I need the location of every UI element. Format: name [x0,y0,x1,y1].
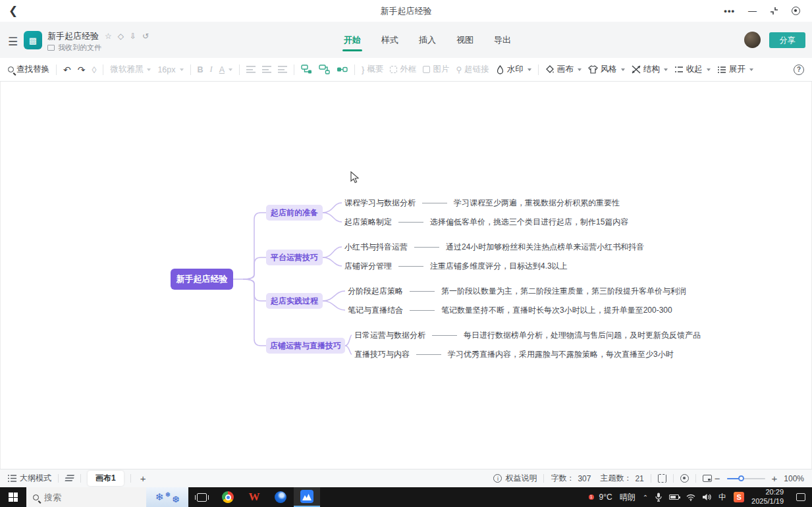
share-button[interactable]: 分享 [769,32,805,48]
minimap-icon[interactable] [703,475,712,482]
mindmap-root-node[interactable]: 新手起店经验 [171,269,233,290]
windows-logo-icon [9,493,18,502]
child-node-row[interactable]: 小红书与抖音运营通过24小时加够粉丝和关注热点榜单来运营小红书和抖音 [344,241,644,253]
locate-center-icon[interactable] [680,474,689,483]
rights-info-button[interactable]: i 权益说明 [493,473,537,484]
outer-frame-button[interactable]: 外框 [390,64,416,75]
canvas-menu-button[interactable]: 画布 [545,64,582,75]
chevron-down-icon [229,68,232,71]
child-node-row[interactable]: 店铺评分管理注重店铺多维度评分，目标达到4.3以上 [344,260,568,272]
outline-mode-button[interactable]: 大纲模式 [8,473,51,484]
align-left-icon[interactable] [246,66,256,73]
weather-widget[interactable]: ❄❅❆ [146,487,188,507]
notification-center-icon[interactable] [796,493,805,501]
zoom-slider-knob[interactable] [738,475,744,481]
tab-start[interactable]: 开始 [342,30,362,50]
add-canvas-button[interactable]: + [138,473,149,484]
hidden-icons-chevron[interactable]: ⌃ [643,494,648,501]
snowflake-icon: ❄ [155,491,164,503]
microphone-icon[interactable] [655,493,662,502]
format-painter-button[interactable]: ◊ [92,65,96,74]
branch-node-practice[interactable]: 起店实践过程 [266,293,323,309]
minimize-icon[interactable]: — [748,6,757,16]
font-size-select[interactable]: 16px [157,65,183,74]
zoom-out-button[interactable]: − [712,473,723,484]
collapse-menu-button[interactable]: 收起 [674,64,711,75]
menu-icon[interactable]: ☰ [8,35,18,49]
window-title: 新手起店经验 [0,5,812,17]
find-replace-button[interactable]: 查找替换 [8,64,49,75]
chevron-down-icon [528,68,531,71]
child-node-row[interactable]: 直播技巧与内容学习优秀直播内容，采用露脸与不露脸策略，每次直播至少3小时 [354,348,674,360]
browser-taskbar-icon[interactable] [267,487,294,507]
chrome-taskbar-icon[interactable] [215,487,241,507]
insert-child-node-icon[interactable] [301,65,312,74]
insert-sibling-node-icon[interactable] [319,65,330,74]
snowflake-icon: ❆ [172,494,179,504]
mindmap-canvas[interactable]: 新手起店经验 起店前的准备 平台运营技巧 起店实践过程 店铺运营与直播技巧 课程… [0,82,812,469]
more-options-icon[interactable]: ••• [724,6,735,16]
watermark-button[interactable]: 水印 [496,64,531,75]
undo-button[interactable]: ↶ [63,65,71,74]
wifi-icon[interactable] [686,494,695,501]
branch-node-preparation[interactable]: 起店前的准备 [266,205,323,221]
child-node-row[interactable]: 分阶段起店策略第一阶段以数量为主，第二阶段注重质量，第三阶段提升客单价与利润 [348,285,686,297]
tray-temperature[interactable]: 9°C [599,493,612,502]
sogou-ime-icon[interactable]: S [734,492,744,502]
child-node-row[interactable]: 日常运营与数据分析每日进行数据榜单分析，处理物流与售后问题，及时更新负反馈产品 [354,329,701,341]
hyperlink-button[interactable]: ⚲超链接 [456,64,489,75]
branch-node-store-live[interactable]: 店铺运营与直播技巧 [266,338,345,354]
taskbar-search[interactable] [26,487,146,507]
help-icon[interactable]: ? [794,65,804,75]
child-node-row[interactable]: 起店策略制定选择偏低客单价，挑选三个类目进行起店，制作15篇内容 [344,216,628,228]
bold-button[interactable]: B [198,65,203,74]
font-family-select[interactable]: 微软雅黑 [110,64,151,75]
insert-parent-node-icon[interactable] [337,65,348,74]
italic-button[interactable]: I [210,65,213,74]
speaker-icon[interactable] [703,493,711,501]
tag-icon[interactable]: ◇ [118,32,124,41]
tab-view[interactable]: 视图 [455,30,475,50]
mindmap-app-taskbar-icon[interactable] [294,487,320,507]
app-logo-icon[interactable]: ▩ [24,31,42,49]
redo-button[interactable]: ↷ [78,65,86,74]
summary-button[interactable]: }概要 [362,64,383,75]
align-right-icon[interactable] [278,66,287,73]
image-button[interactable]: 图片 [423,64,449,75]
chevron-down-icon [707,68,711,71]
align-center-icon[interactable] [262,66,271,73]
task-view-button[interactable] [188,487,215,507]
layers-icon[interactable] [64,475,75,482]
style-menu-button[interactable]: 风格 [588,64,625,75]
clock[interactable]: 20:29 2025/1/19 [751,488,784,506]
search-input[interactable] [44,493,123,502]
zoom-slider[interactable] [727,478,765,479]
structure-icon [632,65,641,74]
branch-node-platform-ops[interactable]: 平台运营技巧 [266,250,323,265]
ime-indicator[interactable]: 中 [718,492,726,503]
download-icon[interactable]: ⇩ [130,32,136,41]
fullscreen-icon[interactable] [658,474,666,483]
canvas-tab-1[interactable]: 画布1 [88,471,124,486]
zoom-in-button[interactable]: + [769,473,780,484]
restore-icon[interactable] [770,7,778,15]
document-location[interactable]: 我收到的文件 [58,43,101,53]
star-icon[interactable]: ☆ [105,32,112,41]
battery-icon[interactable] [669,494,679,500]
tab-style[interactable]: 样式 [380,30,400,50]
child-node-row[interactable]: 课程学习与数据分析学习课程至少两遍，重视数据分析积累的重要性 [344,197,620,209]
tab-insert[interactable]: 插入 [418,30,437,50]
font-color-button[interactable]: A [219,65,232,74]
tray-weather-desc[interactable]: 晴朗 [620,492,636,503]
child-node-row[interactable]: 笔记与直播结合笔记数量坚持不断，直播时长每次3小时以上，提升单量至200-300 [348,304,672,316]
record-icon[interactable] [792,7,800,15]
tab-export[interactable]: 导出 [493,30,512,50]
chevron-down-icon [180,68,184,71]
user-avatar[interactable] [744,32,761,48]
outline-icon [8,475,16,482]
expand-menu-button[interactable]: 展开 [717,64,753,75]
wps-taskbar-icon[interactable]: W [241,487,267,507]
start-button[interactable] [0,487,26,507]
structure-menu-button[interactable]: 结构 [632,64,668,75]
history-icon[interactable]: ↺ [142,32,149,41]
